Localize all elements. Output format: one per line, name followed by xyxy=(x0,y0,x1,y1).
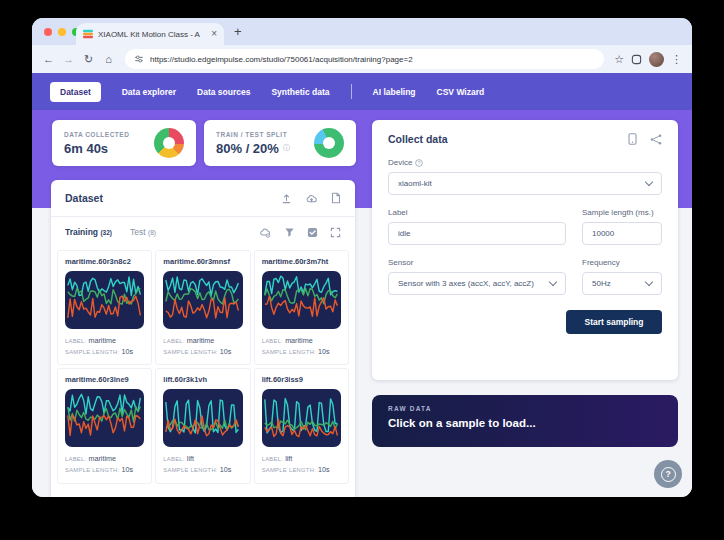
nav-item-csv-wizard[interactable]: CSV Wizard xyxy=(437,87,485,97)
new-tab-button[interactable]: + xyxy=(234,24,242,39)
sensor-select[interactable]: Sensor with 3 axes (accX, accY, accZ) xyxy=(388,272,566,295)
tab-groups-icon[interactable] xyxy=(631,54,642,65)
sample-name: lift.60r3k1vh xyxy=(163,375,242,384)
sample-waveform-thumbnail xyxy=(163,271,242,329)
frequency-field-label: Frequency xyxy=(582,258,662,267)
tab-training[interactable]: Training (32) xyxy=(65,227,112,237)
sample-length-row: SAMPLE LENGTH: 10s xyxy=(262,346,341,357)
svg-text:?: ? xyxy=(418,160,421,165)
sample-card[interactable]: maritime.60r3mnsfLABEL: maritimeSAMPLE L… xyxy=(155,250,250,365)
device-phone-icon[interactable] xyxy=(628,133,637,145)
url-bar[interactable]: https://studio.edgeimpulse.com/studio/75… xyxy=(125,49,604,69)
nav-item-data-sources[interactable]: Data sources xyxy=(197,87,250,97)
connect-icon[interactable] xyxy=(650,134,662,145)
minimize-window-button[interactable] xyxy=(58,28,66,36)
sample-label-row: LABEL: maritime xyxy=(262,335,341,346)
sample-label-key: LABEL: xyxy=(163,338,184,344)
sample-label-key: LABEL: xyxy=(65,338,86,344)
tab-test[interactable]: Test (8) xyxy=(130,227,156,237)
tab-close-icon[interactable]: × xyxy=(211,29,217,39)
sample-length-field-label: Sample length (ms.) xyxy=(582,208,662,217)
raw-data-title: RAW DATA xyxy=(388,405,662,412)
sample-label-row: LABEL: lift xyxy=(262,453,341,464)
sample-label-key: LABEL: xyxy=(262,338,283,344)
sample-length-row: SAMPLE LENGTH: 10s xyxy=(163,346,242,357)
nav-divider xyxy=(351,84,352,99)
sample-waveform-thumbnail xyxy=(262,271,341,329)
browser-tabstrip: XIAOML Kit Motion Class - A × + xyxy=(32,18,692,45)
sample-length-input[interactable] xyxy=(592,229,652,238)
split-info-icon[interactable]: ⓘ xyxy=(283,143,290,153)
sample-label-row: LABEL: lift xyxy=(163,453,242,464)
device-select[interactable]: xiaoml-kit xyxy=(388,172,662,195)
train-test-split-label: TRAIN / TEST SPLIT xyxy=(216,131,290,138)
sample-name: maritime.60r3mnsf xyxy=(163,257,242,266)
sample-name: maritime.60r3n8c2 xyxy=(65,257,144,266)
favicon xyxy=(83,29,93,39)
sample-waveform-thumbnail xyxy=(65,271,144,329)
help-button[interactable]: ? xyxy=(654,460,682,488)
sensor-field-label: Sensor xyxy=(388,258,566,267)
browser-menu-icon[interactable]: ⋮ xyxy=(671,54,682,65)
sample-length-value: 10s xyxy=(318,347,330,356)
tune-icon xyxy=(134,54,144,64)
close-window-button[interactable] xyxy=(44,28,52,36)
bookmark-star-icon[interactable]: ☆ xyxy=(614,54,624,65)
sample-waveform-thumbnail xyxy=(163,389,242,447)
home-icon[interactable]: ⌂ xyxy=(102,54,115,65)
primary-nav: DatasetData explorerData sourcesSyntheti… xyxy=(32,73,692,110)
filter-icon[interactable] xyxy=(284,227,295,238)
sample-length-key: SAMPLE LENGTH: xyxy=(65,467,119,473)
sample-card[interactable]: maritime.60r3n8c2LABEL: maritimeSAMPLE L… xyxy=(57,250,152,365)
nav-item-data-explorer[interactable]: Data explorer xyxy=(122,87,176,97)
back-icon[interactable]: ← xyxy=(42,54,55,65)
sample-card[interactable]: lift.60r3iss9LABEL: liftSAMPLE LENGTH: 1… xyxy=(254,368,349,483)
sample-label-key: LABEL: xyxy=(163,456,184,462)
sample-card[interactable]: maritime.60r3m7htLABEL: maritimeSAMPLE L… xyxy=(254,250,349,365)
browser-tab[interactable]: XIAOML Kit Motion Class - A × xyxy=(76,23,224,45)
sample-length-key: SAMPLE LENGTH: xyxy=(262,467,316,473)
sample-length-key: SAMPLE LENGTH: xyxy=(262,349,316,355)
cloud-upload-icon[interactable] xyxy=(305,193,318,204)
reload-icon[interactable]: ↻ xyxy=(82,54,95,65)
window-controls xyxy=(44,28,80,36)
sample-length-key: SAMPLE LENGTH: xyxy=(65,349,119,355)
upload-icon[interactable] xyxy=(281,193,292,204)
label-field-label: Label xyxy=(388,208,566,217)
sample-label-value: maritime xyxy=(88,336,116,345)
data-collected-donut-icon xyxy=(154,128,184,158)
sample-label-key: LABEL: xyxy=(262,456,283,462)
page-content: DatasetData explorerData sourcesSyntheti… xyxy=(32,73,692,497)
raw-data-panel[interactable]: RAW DATA Click on a sample to load... xyxy=(372,395,678,447)
start-sampling-button[interactable]: Start sampling xyxy=(566,310,662,334)
collect-data-panel: Collect data Device ? xiaoml-kit Label xyxy=(372,120,678,380)
data-collected-label: DATA COLLECTED xyxy=(64,131,129,138)
sample-length-value: 10s xyxy=(121,347,133,356)
device-help-icon[interactable]: ? xyxy=(415,159,423,167)
cloud-settings-icon[interactable] xyxy=(259,227,272,238)
nav-item-dataset[interactable]: Dataset xyxy=(50,82,101,102)
file-icon[interactable] xyxy=(331,192,341,204)
forward-icon[interactable]: → xyxy=(62,54,75,65)
train-test-split-donut-icon xyxy=(314,128,344,158)
sample-length-key: SAMPLE LENGTH: xyxy=(163,349,217,355)
sample-length-row: SAMPLE LENGTH: 10s xyxy=(163,464,242,475)
sample-label-value: maritime xyxy=(187,336,215,345)
select-all-checkbox-icon[interactable] xyxy=(307,227,318,238)
sample-grid: maritime.60r3n8c2LABEL: maritimeSAMPLE L… xyxy=(51,247,355,487)
sample-card[interactable]: lift.60r3k1vhLABEL: liftSAMPLE LENGTH: 1… xyxy=(155,368,250,483)
browser-toolbar: ← → ↻ ⌂ https://studio.edgeimpulse.com/s… xyxy=(32,45,692,73)
label-input-wrap xyxy=(388,222,566,245)
label-input[interactable] xyxy=(398,229,556,238)
data-collected-value: 6m 40s xyxy=(64,141,129,156)
nav-item-synthetic-data[interactable]: Synthetic data xyxy=(271,87,329,97)
sample-length-value: 10s xyxy=(121,465,133,474)
expand-icon[interactable] xyxy=(330,227,341,238)
sample-card[interactable]: maritime.60r3lne9LABEL: maritimeSAMPLE L… xyxy=(57,368,152,483)
frequency-select[interactable]: 50Hz xyxy=(582,272,662,295)
profile-avatar[interactable] xyxy=(649,52,664,67)
sample-name: maritime.60r3lne9 xyxy=(65,375,144,384)
nav-item-ai-labeling[interactable]: AI labeling xyxy=(373,87,416,97)
url-text: https://studio.edgeimpulse.com/studio/75… xyxy=(150,55,413,64)
sample-label-value: lift xyxy=(285,454,292,463)
